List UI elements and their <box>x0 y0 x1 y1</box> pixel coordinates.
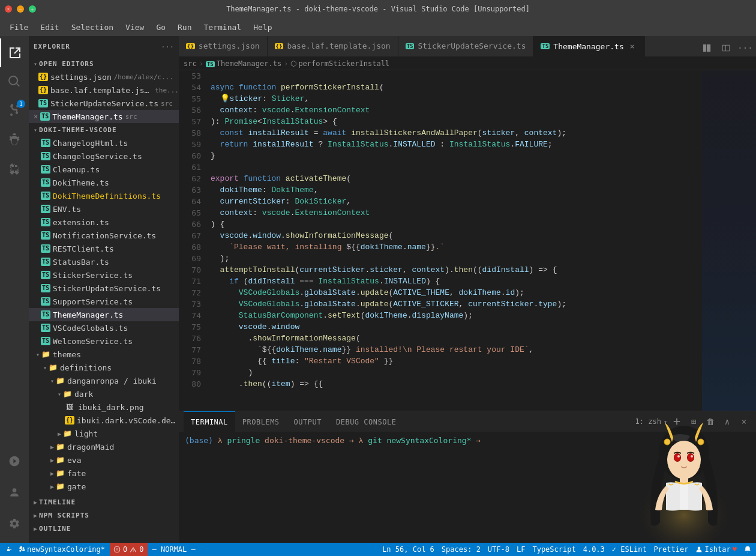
more-actions-button[interactable]: ··· <box>737 40 754 56</box>
open-editor-sticker-update[interactable]: TS StickerUpdateService.ts src <box>29 97 179 110</box>
tab-close-icon[interactable]: × <box>628 41 637 51</box>
timeline-label: TIMELINE <box>39 498 76 506</box>
status-errors[interactable]: 0 0 <box>110 543 147 556</box>
folder-eva[interactable]: ▶ 📁 eva <box>29 453 179 467</box>
split-terminal-button[interactable]: ⊞ <box>686 414 701 429</box>
panel-tab-debug-console[interactable]: DEBUG CONSOLE <box>329 411 403 432</box>
status-prettier[interactable]: Prettier <box>654 545 689 554</box>
status-position[interactable]: Ln 56, Col 6 <box>382 545 434 554</box>
panel-tab-terminal[interactable]: TERMINAL <box>184 411 235 432</box>
breadcrumb-src[interactable]: src <box>184 59 197 68</box>
file-status-bar[interactable]: TS StatusBar.ts <box>29 255 179 268</box>
layout-button[interactable] <box>718 40 734 56</box>
file-doki-theme-defs[interactable]: TS DokiThemeDefinitions.ts <box>29 189 179 202</box>
kill-terminal-button[interactable]: 🗑 <box>703 414 718 429</box>
tab-sticker-update[interactable]: TS StickerUpdateService.ts <box>398 36 534 56</box>
file-rest-client[interactable]: TS RESTClient.ts <box>29 242 179 255</box>
folder-fate[interactable]: ▶ 📁 fate <box>29 467 179 480</box>
remote-icon[interactable] <box>0 447 29 476</box>
menu-edit[interactable]: Edit <box>35 20 64 34</box>
npm-scripts-header[interactable]: ▶NPM SCRIPTS <box>29 509 179 522</box>
file-ibuki-dark-definition[interactable]: {} ibuki.dark.vSCode.definit... <box>29 414 179 427</box>
file-doki-theme[interactable]: TS DokiTheme.ts <box>29 176 179 189</box>
menu-selection[interactable]: Selection <box>67 20 118 34</box>
search-icon[interactable] <box>0 67 29 96</box>
status-version[interactable]: 4.0.3 <box>583 545 605 554</box>
panel-tab-problems[interactable]: PROBLEMS <box>235 411 287 432</box>
activity-bottom <box>0 447 29 543</box>
file-sticker-service[interactable]: TS StickerService.ts <box>29 268 179 282</box>
maximize-panel-button[interactable]: ∧ <box>720 414 734 429</box>
panel-tab-output[interactable]: OUTPUT <box>287 411 329 432</box>
open-editor-theme-manager[interactable]: × TS ThemeManager.ts src <box>29 110 179 123</box>
maximize-button[interactable]: + <box>29 5 36 13</box>
status-remote[interactable] <box>5 545 13 554</box>
status-mode[interactable]: — NORMAL — <box>152 545 196 554</box>
file-changelog-html[interactable]: TS ChangelogHtml.ts <box>29 136 179 150</box>
folder-light[interactable]: ▶ 📁 light <box>29 427 179 440</box>
sidebar: EXPLORER ··· ▾OPEN EDITORS {} settings.j… <box>29 36 179 543</box>
explorer-actions[interactable]: ··· <box>161 43 174 51</box>
heart-icon: ♥ <box>733 545 737 554</box>
folder-themes[interactable]: ▾ 📁 themes <box>29 348 179 361</box>
menu-view[interactable]: View <box>121 20 149 34</box>
status-notifications[interactable] <box>744 546 751 553</box>
open-editor-base-laf[interactable]: {} base.laf.template.json the... <box>29 83 179 97</box>
status-character[interactable]: Ishtar ♥ <box>695 545 737 554</box>
file-env[interactable]: TS ENV.ts <box>29 202 179 216</box>
tab-settings-json[interactable]: {} settings.json <box>179 36 268 56</box>
menu-help[interactable]: Help <box>248 20 277 34</box>
minimize-button[interactable]: – <box>17 5 24 13</box>
file-sticker-update-service[interactable]: TS StickerUpdateService.ts <box>29 282 179 295</box>
close-panel-button[interactable]: × <box>737 414 751 429</box>
folder-dragonmaid[interactable]: ▶ 📁 dragonMaid <box>29 440 179 453</box>
new-terminal-button[interactable] <box>670 414 684 429</box>
code-content[interactable]: async function performStickerInstall( 💡s… <box>206 70 702 411</box>
file-theme-manager[interactable]: TS ThemeManager.ts <box>29 308 179 321</box>
menu-go[interactable]: Go <box>151 20 170 34</box>
folder-definitions[interactable]: ▾ 📁 definitions <box>29 361 179 374</box>
status-language[interactable]: TypeScript <box>532 545 575 554</box>
file-support-service[interactable]: TS SupportService.ts <box>29 295 179 308</box>
tab-base-laf[interactable]: {} base.laf.template.json <box>268 36 398 56</box>
open-editor-settings-json[interactable]: {} settings.json /home/alex/c... <box>29 70 179 83</box>
open-editors-label: OPEN EDITORS <box>39 60 94 68</box>
close-icon[interactable]: × <box>34 112 38 121</box>
status-spaces[interactable]: Spaces: 2 <box>442 545 481 554</box>
explorer-icon[interactable] <box>0 38 29 67</box>
file-notification-service[interactable]: TS NotificationService.ts <box>29 229 179 242</box>
file-extension[interactable]: TS extension.ts <box>29 216 179 229</box>
breadcrumb-file[interactable]: TSThemeManager.ts <box>206 59 281 68</box>
timeline-header[interactable]: ▶TIMELINE <box>29 495 179 509</box>
status-encoding[interactable]: UTF-8 <box>488 545 509 554</box>
debug-icon[interactable] <box>0 125 29 154</box>
status-eslint[interactable]: ✓ ESLint <box>612 545 647 554</box>
status-branch[interactable]: newSyntaxColoring* <box>18 545 105 554</box>
menu-terminal[interactable]: Terminal <box>199 20 247 34</box>
status-line-ending[interactable]: LF <box>517 545 525 554</box>
breadcrumb-symbol[interactable]: ⬡performStickerInstall <box>290 59 389 68</box>
file-cleanup[interactable]: TS Cleanup.ts <box>29 163 179 176</box>
menu-run[interactable]: Run <box>173 20 196 34</box>
close-button[interactable]: × <box>5 5 12 13</box>
folder-gate[interactable]: ▶ 📁 gate <box>29 480 179 493</box>
file-ibuki-dark-png[interactable]: 🖼 ibuki_dark.png <box>29 400 179 414</box>
open-editors-header[interactable]: ▾OPEN EDITORS <box>29 57 179 70</box>
window-controls[interactable]: × – + <box>5 5 36 13</box>
account-icon[interactable] <box>0 478 29 507</box>
folder-danganronpa-ibuki[interactable]: ▾ 📁 danganronpa / ibuki <box>29 374 179 387</box>
extensions-icon[interactable] <box>0 154 29 183</box>
terminal-content[interactable]: (base) λ pringle doki-theme-vscode → λ g… <box>179 432 756 543</box>
source-control-icon[interactable]: 1 <box>0 96 29 125</box>
tab-theme-manager[interactable]: TS ThemeManager.ts × <box>533 36 644 56</box>
settings-icon[interactable] <box>0 509 29 538</box>
file-changelog-service[interactable]: TS ChangelogService.ts <box>29 150 179 163</box>
folder-dark[interactable]: ▾ 📁 dark <box>29 387 179 400</box>
file-welcome-service[interactable]: TS WelcomeService.ts <box>29 334 179 348</box>
menu-file[interactable]: File <box>5 20 33 34</box>
split-editor-button[interactable] <box>698 40 715 56</box>
project-header[interactable]: ▾DOKI-THEME-VSCODE <box>29 123 179 136</box>
status-bar: newSyntaxColoring* 0 0 — NORMAL — Ln 56,… <box>0 543 756 556</box>
outline-header[interactable]: ▶OUTLINE <box>29 522 179 535</box>
file-vscodeglobals[interactable]: TS VSCodeGlobals.ts <box>29 321 179 334</box>
